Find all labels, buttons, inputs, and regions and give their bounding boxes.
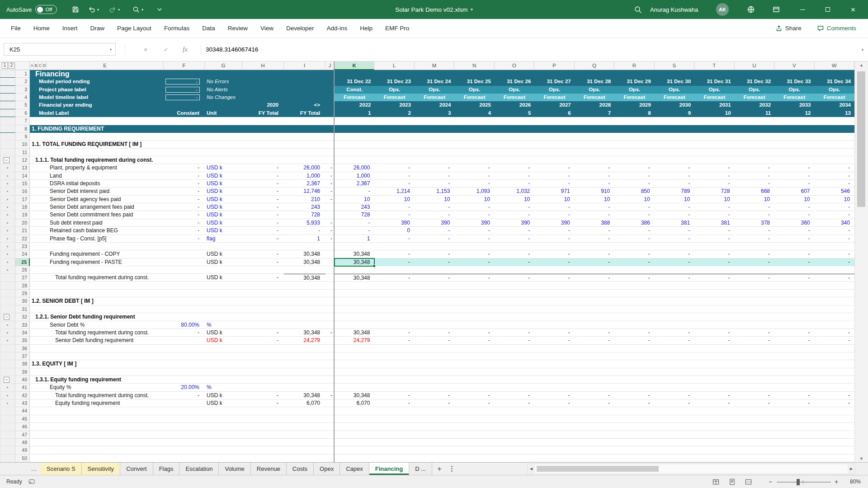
- cell-R34[interactable]: -: [614, 329, 654, 337]
- cell-T20[interactable]: 381: [694, 219, 734, 227]
- cell-P20[interactable]: 390: [534, 219, 574, 227]
- spreadsheet-grid[interactable]: 1Financing2Model period ending-No Errors…: [0, 70, 854, 462]
- row-header-32[interactable]: 32: [15, 313, 30, 321]
- name-box-dropdown-icon[interactable]: ▾: [110, 47, 112, 52]
- cell-L14[interactable]: -: [374, 172, 414, 180]
- cell-H15[interactable]: -: [242, 180, 284, 188]
- cell-V35[interactable]: -: [774, 337, 814, 344]
- cell-S5[interactable]: 2030: [655, 101, 694, 109]
- name-box[interactable]: K25 ▾: [4, 43, 116, 56]
- cell-N22[interactable]: -: [454, 235, 494, 243]
- ribbon-tab-view[interactable]: View: [254, 19, 280, 38]
- cell-R19[interactable]: -: [614, 211, 654, 219]
- cell-S34[interactable]: -: [655, 329, 694, 337]
- user-name[interactable]: Anurag Kushwaha: [650, 0, 698, 19]
- cell-R15[interactable]: -: [614, 180, 654, 188]
- cell-W2[interactable]: 31 Dec 34: [815, 78, 854, 85]
- scroll-left-icon[interactable]: ◀: [528, 464, 535, 474]
- cell-T13[interactable]: -: [694, 164, 734, 172]
- cell-G34[interactable]: USD k: [205, 329, 242, 337]
- row-header-29[interactable]: 29: [15, 290, 30, 297]
- cell-H22[interactable]: -: [242, 235, 284, 243]
- cell-H42[interactable]: -: [242, 392, 284, 399]
- column-header-O[interactable]: O: [495, 61, 534, 70]
- row-header-27[interactable]: 27: [15, 274, 30, 282]
- cell-M27[interactable]: -: [415, 274, 454, 282]
- row-header-48[interactable]: 48: [15, 439, 30, 446]
- cell-L35[interactable]: -: [374, 337, 414, 344]
- row-header-41[interactable]: 41: [15, 384, 30, 391]
- cell-N42[interactable]: -: [454, 392, 494, 399]
- sheet-tab-sensitivity[interactable]: Sensitivity: [82, 463, 121, 475]
- cell-R35[interactable]: -: [614, 337, 654, 344]
- cell-H16[interactable]: -: [242, 188, 284, 195]
- cell-U21[interactable]: -: [735, 227, 774, 235]
- cell-S18[interactable]: -: [655, 203, 694, 211]
- cell-I19[interactable]: 728: [284, 211, 326, 219]
- cell-T17[interactable]: 10: [694, 196, 734, 203]
- cell-G20[interactable]: USD k: [205, 219, 242, 227]
- cell-Q2[interactable]: 31 Dec 28: [575, 78, 614, 85]
- row-header-21[interactable]: 21: [15, 227, 30, 235]
- cell-R4[interactable]: Forecast: [614, 94, 654, 101]
- cell-S13[interactable]: -: [655, 164, 694, 172]
- formula-bar-expand-icon[interactable]: ▾: [861, 38, 863, 61]
- cell-J13[interactable]: -: [326, 164, 335, 172]
- cell-S2[interactable]: 31 Dec 30: [655, 78, 694, 85]
- cell-W3[interactable]: Ops.: [815, 86, 854, 94]
- cell-T42[interactable]: -: [694, 392, 734, 399]
- cell-Q24[interactable]: -: [575, 250, 614, 258]
- row-header-30[interactable]: 30: [15, 297, 30, 305]
- cell-H21[interactable]: -: [242, 227, 284, 235]
- row-header-11[interactable]: 11: [15, 149, 30, 156]
- cell-T43[interactable]: -: [694, 399, 734, 407]
- row-header-24[interactable]: 24: [15, 250, 30, 258]
- redo-icon[interactable]: [108, 5, 117, 14]
- cell-W43[interactable]: -: [815, 399, 854, 407]
- cell-N2[interactable]: 31 Dec 25: [454, 78, 494, 85]
- scroll-up-icon[interactable]: ▲: [855, 63, 868, 67]
- zoom-level[interactable]: 80%: [850, 475, 861, 488]
- cell-S24[interactable]: -: [655, 250, 694, 258]
- column-header-B[interactable]: B: [34, 61, 38, 70]
- row-header-26[interactable]: 26: [15, 266, 30, 274]
- row-header-5[interactable]: 5: [15, 101, 30, 109]
- cell-N20[interactable]: 390: [454, 219, 494, 227]
- sheet-tab-capex[interactable]: Capex: [340, 463, 369, 475]
- cell-L43[interactable]: -: [374, 399, 414, 407]
- cell-H20[interactable]: -: [242, 219, 284, 227]
- cell-R17[interactable]: 10: [614, 196, 654, 203]
- cell-N6[interactable]: 4: [454, 109, 494, 117]
- comments-button[interactable]: Comments: [817, 25, 856, 32]
- cell-H6[interactable]: FY Total: [242, 109, 284, 117]
- row-header-38[interactable]: 38: [15, 360, 30, 368]
- cell-T22[interactable]: -: [694, 235, 734, 243]
- sheet-tab-escalation[interactable]: Escalation: [179, 463, 219, 475]
- cell-T4[interactable]: Forecast: [694, 94, 734, 101]
- cell-F20[interactable]: -: [164, 219, 205, 227]
- page-layout-view-icon[interactable]: [729, 479, 737, 486]
- cell-Q4[interactable]: Forecast: [575, 94, 614, 101]
- cell-O5[interactable]: 2026: [495, 101, 534, 109]
- ribbon-tab-insert[interactable]: Insert: [56, 19, 84, 38]
- cell-W18[interactable]: -: [815, 203, 854, 211]
- formula-input[interactable]: 30348.3146067416: [206, 38, 258, 61]
- ribbon-tab-add-ins[interactable]: Add-ins: [321, 19, 354, 38]
- cell-I15[interactable]: 2,367: [284, 180, 326, 188]
- cell-F16[interactable]: -: [164, 188, 205, 195]
- cell-O24[interactable]: -: [495, 250, 534, 258]
- cell-R16[interactable]: 850: [614, 188, 654, 195]
- new-sheet-button[interactable]: +: [432, 463, 447, 475]
- cell-I43[interactable]: 6,070: [284, 399, 326, 407]
- cell-G13[interactable]: USD k: [205, 164, 242, 172]
- cell-I14[interactable]: 1,000: [284, 172, 326, 180]
- outline-collapse-button-row-12[interactable]: −: [4, 157, 9, 163]
- cell-V25[interactable]: -: [774, 258, 814, 266]
- cell-W13[interactable]: -: [815, 164, 854, 172]
- cell-T2[interactable]: 31 Dec 31: [694, 78, 734, 85]
- cell-G41[interactable]: %: [205, 384, 242, 391]
- cell-G25[interactable]: USD k: [205, 258, 242, 266]
- cell-P13[interactable]: -: [534, 164, 574, 172]
- cell-Q13[interactable]: -: [575, 164, 614, 172]
- cell-M17[interactable]: 10: [415, 196, 454, 203]
